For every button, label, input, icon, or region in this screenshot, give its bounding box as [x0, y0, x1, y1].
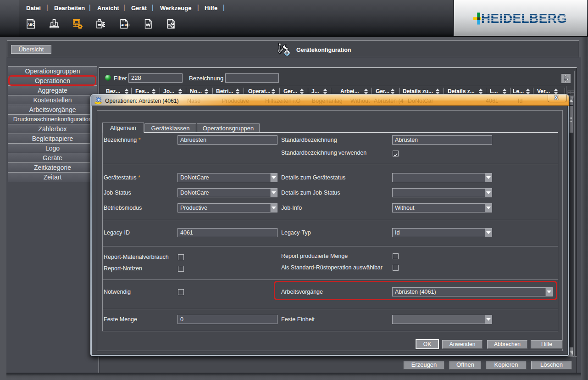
- svg-text:ABC: ABC: [121, 23, 128, 27]
- svg-text:ABC: ABC: [28, 23, 34, 26]
- svg-text:HEIDELBERG: HEIDELBERG: [481, 11, 567, 26]
